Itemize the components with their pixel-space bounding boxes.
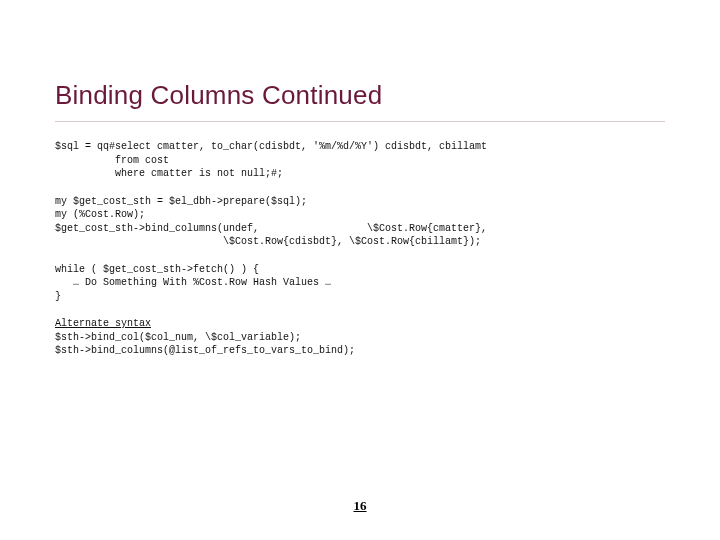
code-prepare: my $get_cost_sth = $el_dbh->prepare($sql… bbox=[55, 195, 665, 249]
slide-page: Binding Columns Continued $sql = qq#sele… bbox=[0, 0, 720, 540]
page-title: Binding Columns Continued bbox=[55, 80, 665, 111]
alternate-syntax-body: $sth->bind_col($col_num, \$col_variable)… bbox=[55, 332, 355, 357]
code-alternate: Alternate syntax $sth->bind_col($col_num… bbox=[55, 317, 665, 358]
alternate-syntax-label: Alternate syntax bbox=[55, 318, 151, 329]
code-loop: while ( $get_cost_sth->fetch() ) { … Do … bbox=[55, 263, 665, 304]
page-number: 16 bbox=[0, 498, 720, 514]
title-divider bbox=[55, 121, 665, 122]
code-sql: $sql = qq#select cmatter, to_char(cdisbd… bbox=[55, 140, 665, 181]
